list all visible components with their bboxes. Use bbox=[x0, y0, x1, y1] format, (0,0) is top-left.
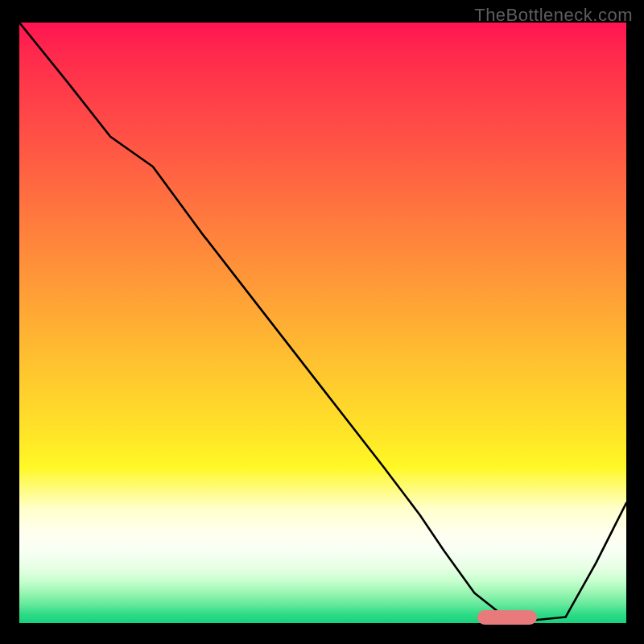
plot-area bbox=[19, 23, 626, 623]
curve-layer bbox=[19, 23, 626, 623]
chart-container: TheBottleneck.com bbox=[0, 0, 644, 644]
bottleneck-curve-path bbox=[19, 23, 626, 620]
watermark-text: TheBottleneck.com bbox=[474, 5, 633, 26]
optimal-range-marker bbox=[477, 610, 537, 625]
